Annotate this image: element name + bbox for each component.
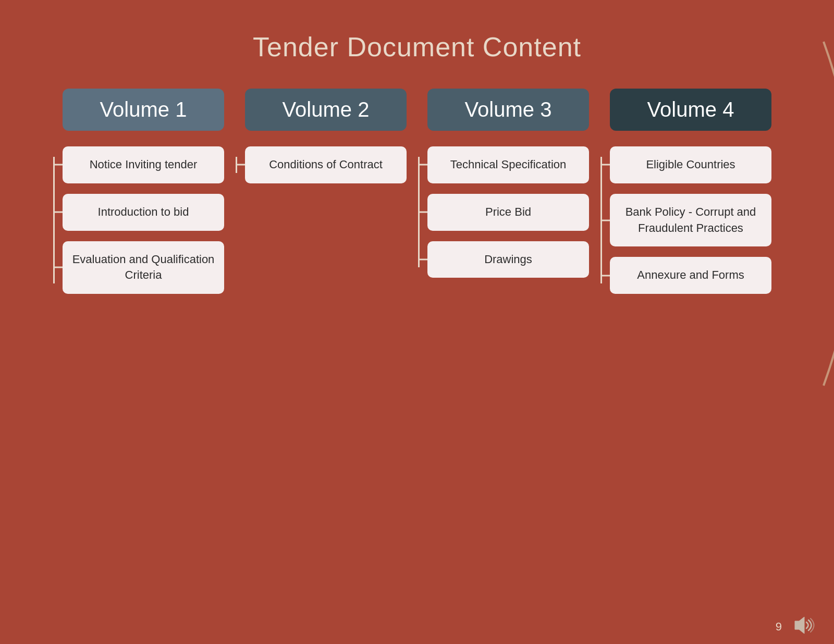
vol4-item-0: Eligible Countries — [610, 146, 771, 183]
vol2-item-0: Conditions of Contract — [245, 146, 407, 183]
vol1-item-1: Introduction to bid — [63, 194, 224, 231]
vol4-item-2: Annexure and Forms — [610, 257, 771, 294]
vol2-header: Volume 2 — [245, 89, 407, 131]
column-vol1: Volume 1Notice Inviting tenderIntroducti… — [63, 89, 224, 294]
vol1-item-0: Notice Inviting tender — [63, 146, 224, 183]
svg-marker-0 — [795, 617, 804, 634]
vol3-header: Volume 3 — [427, 89, 589, 131]
vol3-items: Technical SpecificationPrice BidDrawings — [427, 146, 589, 278]
vol4-header: Volume 4 — [610, 89, 771, 131]
vol2-items: Conditions of Contract — [245, 146, 407, 183]
vol1-header: Volume 1 — [63, 89, 224, 131]
slide-title: Tender Document Content — [31, 31, 803, 63]
vol4-item-1: Bank Policy - Corrupt and Fraudulent Pra… — [610, 194, 771, 247]
vol1-item-2: Evaluation and Qualification Criteria — [63, 241, 224, 294]
column-vol2: Volume 2Conditions of Contract — [245, 89, 407, 183]
slide: Tender Document Content Volume 1Notice I… — [0, 0, 834, 644]
sound-icon[interactable] — [792, 615, 818, 636]
vol3-item-2: Drawings — [427, 241, 589, 278]
vol3-item-0: Technical Specification — [427, 146, 589, 183]
page-number: 9 — [776, 620, 782, 634]
vol4-items: Eligible CountriesBank Policy - Corrupt … — [610, 146, 771, 294]
vol1-items: Notice Inviting tenderIntroduction to bi… — [63, 146, 224, 294]
column-vol3: Volume 3Technical SpecificationPrice Bid… — [427, 89, 589, 278]
vol3-item-1: Price Bid — [427, 194, 589, 231]
column-vol4: Volume 4Eligible CountriesBank Policy - … — [610, 89, 771, 294]
columns-container: Volume 1Notice Inviting tenderIntroducti… — [31, 89, 803, 294]
